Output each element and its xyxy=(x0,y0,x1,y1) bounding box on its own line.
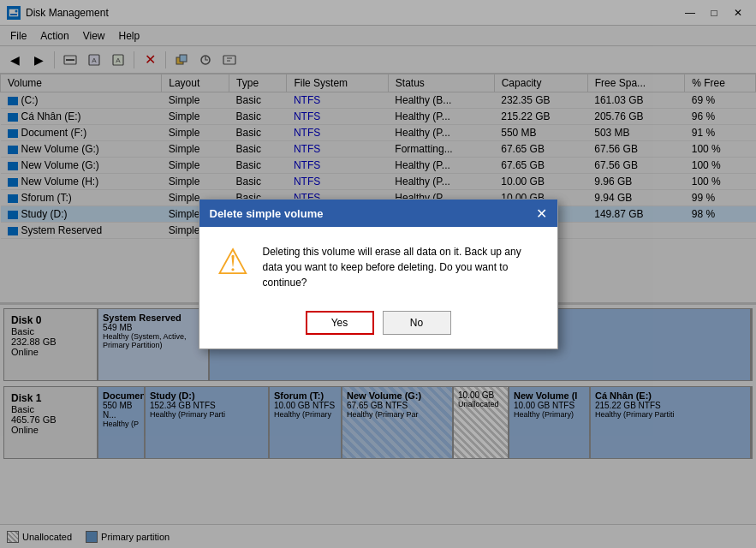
modal-title-text: Delete simple volume xyxy=(210,207,324,220)
modal-overlay: Delete simple volume ✕ ⚠ Deleting this v… xyxy=(0,0,756,548)
delete-volume-modal: Delete simple volume ✕ ⚠ Deleting this v… xyxy=(199,199,558,349)
modal-close-button[interactable]: ✕ xyxy=(536,206,547,222)
modal-title-bar: Delete simple volume ✕ xyxy=(199,200,557,227)
modal-buttons: Yes No xyxy=(199,304,557,348)
warning-icon: ⚠ xyxy=(217,244,249,280)
modal-yes-button[interactable]: Yes xyxy=(306,311,374,335)
modal-body: ⚠ Deleting this volume will erase all da… xyxy=(199,227,557,304)
modal-message: Deleting this volume will erase all data… xyxy=(263,244,540,290)
modal-no-button[interactable]: No xyxy=(383,311,451,335)
